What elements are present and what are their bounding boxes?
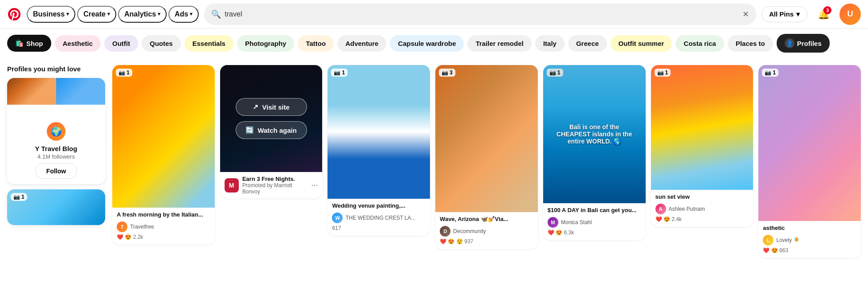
replay-icon: 🔄 — [246, 126, 254, 134]
search-input[interactable] — [225, 10, 739, 18]
pin-card-italian[interactable]: 📷1 A fresh morning by the Italian... T T… — [112, 65, 215, 245]
nav-item-ads[interactable]: Ads▾ — [168, 6, 199, 23]
chip-tattoo[interactable]: Tattoo — [298, 35, 334, 52]
pin-author: W THE WEDDING CREST LA... — [332, 213, 426, 223]
author-name: Monica Stahl — [561, 219, 592, 225]
follow-button[interactable]: Follow — [35, 164, 77, 179]
chip-shop[interactable]: 🛍️Shop — [7, 35, 51, 52]
pin-image: 📷3 — [435, 65, 538, 212]
nav-item-analytics[interactable]: Analytics▾ — [118, 6, 167, 23]
pin-title: asthetic — [763, 225, 856, 232]
chip-capsule-wardrobe[interactable]: Capsule wardrobe — [390, 35, 464, 52]
camera-icon: 📷 — [119, 70, 125, 76]
chip-essentials[interactable]: Essentials — [184, 35, 233, 52]
chip-outfit-summer[interactable]: Outfit summer — [610, 35, 672, 52]
card2-badge: 📷 1 — [11, 193, 27, 201]
pin-stats: 617 — [332, 225, 426, 231]
pin-author: A Ashlee Putnam — [655, 204, 749, 214]
author-name: Lovely 🧚 — [776, 237, 800, 243]
author-avatar: L — [763, 235, 774, 246]
chevron-icon: ▾ — [158, 11, 160, 17]
more-options-icon[interactable]: ··· — [311, 180, 318, 190]
chip-aesthetic[interactable]: Aesthetic — [55, 35, 101, 52]
chip-quotes[interactable]: Quotes — [142, 35, 181, 52]
pin-card-hotel[interactable]: ↗ Visit site 🔄 Watch again M Ea — [220, 65, 323, 198]
promoted-title: Earn 3 Free Nights. — [242, 176, 308, 182]
chip-costa-rica[interactable]: Costa rica — [676, 35, 724, 52]
pin-promoted-overlay: ↗ Visit site 🔄 Watch again — [220, 65, 323, 172]
profile-name: Y Travel Blog — [35, 145, 78, 152]
pin-image: 📷1 — [758, 65, 861, 221]
watch-again-button[interactable]: 🔄 Watch again — [236, 121, 307, 139]
pin-author: L Lovely 🧚 — [763, 235, 856, 246]
user-avatar[interactable]: U — [839, 4, 861, 25]
author-name: Decommunity — [453, 228, 486, 234]
pin-card-sunset[interactable]: 📷1 sun set view A Ashlee Putnam ❤️ 😍 2.4… — [651, 65, 753, 227]
pin-image: 📷1 Bali is one of the CHEAPEST islands i… — [543, 65, 646, 203]
pin-title: A fresh morning by the Italian... — [117, 211, 210, 219]
person-icon: 👤 — [785, 38, 794, 48]
pin-stats: ❤️ 😍 663 — [763, 247, 856, 254]
chip-photography[interactable]: Photography — [237, 35, 295, 52]
search-clear-icon[interactable]: ✕ — [742, 9, 749, 19]
promoted-info: M Earn 3 Free Nights. Promoted by Marrio… — [220, 172, 323, 198]
all-pins-button[interactable]: All Pins ▾ — [762, 6, 807, 22]
chevron-icon: ▾ — [190, 11, 192, 17]
search-bar[interactable]: 🔍 ✕ — [204, 4, 756, 25]
notifications-button[interactable]: 🔔 3 — [813, 4, 834, 25]
sidebar: Profiles you might love 🌍 Y Travel Blog … — [7, 65, 105, 258]
chip-adventure[interactable]: Adventure — [337, 35, 386, 52]
pin-grid: 📷1 A fresh morning by the Italian... T T… — [112, 65, 861, 258]
nav-label: Ads — [175, 10, 188, 18]
camera-icon: 📷 — [765, 70, 771, 76]
pin-card-greece[interactable]: 📷1 Wedding venue painting,... W THE WEDD… — [328, 65, 430, 236]
pinterest-logo[interactable] — [7, 7, 21, 21]
pin-card-bali[interactable]: 📷1 Bali is one of the CHEAPEST islands i… — [543, 65, 646, 240]
main-content: Profiles you might love 🌍 Y Travel Blog … — [0, 58, 868, 265]
chevron-down-icon: ▾ — [796, 10, 800, 18]
pin-card-aesthetic[interactable]: 📷1 asthetic L Lovely 🧚 ❤️ 😍 663 — [758, 65, 861, 258]
nav-label: Create — [83, 10, 106, 18]
camera-icon: 📷 — [442, 70, 448, 76]
notification-badge: 3 — [823, 6, 831, 14]
pin-stats: ❤️ 😍 2.2k — [117, 234, 210, 240]
profile-followers: 4.1M followers — [37, 153, 75, 160]
pin-info: Wave, Arizona 🦋💅Via... D Decommunity ❤️ … — [435, 212, 538, 249]
sidebar-second-card[interactable]: 📷 1 — [7, 189, 105, 225]
chip-trailer-remodel[interactable]: Trailer remodel — [467, 35, 532, 52]
visit-site-button[interactable]: ↗ Visit site — [236, 98, 307, 116]
pin-title: Wedding venue painting,... — [332, 202, 426, 210]
promoted-by: Promoted by Marriott Bonvoy — [242, 182, 308, 195]
header: Business▾Create▾Analytics▾Ads▾ 🔍 ✕ All P… — [0, 0, 868, 29]
chip-profiles[interactable]: 👤Profiles — [777, 34, 830, 53]
author-name: Travelfree — [130, 224, 154, 230]
chip-greece[interactable]: Greece — [568, 35, 607, 52]
nav-label: Business — [33, 10, 65, 18]
promoted-text: Earn 3 Free Nights. Promoted by Marriott… — [242, 176, 308, 195]
chevron-icon: ▾ — [66, 11, 69, 17]
chip-places-to[interactable]: Places to — [728, 35, 773, 52]
nav-item-create[interactable]: Create▾ — [77, 6, 116, 23]
camera-icon: 📷 — [13, 194, 20, 200]
pin-author: D Decommunity — [440, 226, 533, 237]
pin-stats: ❤️ 😍 😲 937 — [440, 238, 533, 245]
filter-chips-row: 🛍️ShopAestheticOutfitQuotesEssentialsPho… — [0, 29, 868, 58]
chip-italy[interactable]: Italy — [535, 35, 565, 52]
pin-badge: 📷1 — [116, 69, 132, 77]
pin-title: Wave, Arizona 🦋💅Via... — [440, 216, 533, 223]
nav-label: Analytics — [124, 10, 156, 18]
profile-cover-right — [56, 78, 105, 105]
author-avatar: A — [655, 204, 666, 214]
pin-badge: 📷1 — [331, 69, 348, 77]
pin-card-wave[interactable]: 📷3 Wave, Arizona 🦋💅Via... D Decommunity … — [435, 65, 538, 249]
pin-info: Wedding venue painting,... W THE WEDDING… — [328, 199, 430, 236]
pin-image: 📷1 — [112, 65, 215, 208]
pin-image: 📷1 — [651, 65, 753, 190]
nav-item-business[interactable]: Business▾ — [27, 6, 75, 23]
profile-card: 🌍 Y Travel Blog 4.1M followers Follow — [7, 78, 105, 184]
promoted-logo: M — [225, 178, 239, 192]
camera-icon: 📷 — [334, 70, 340, 76]
chip-outfit[interactable]: Outfit — [104, 35, 138, 52]
author-name: Ashlee Putnam — [669, 206, 705, 212]
pin-badge: 📷3 — [439, 69, 455, 77]
